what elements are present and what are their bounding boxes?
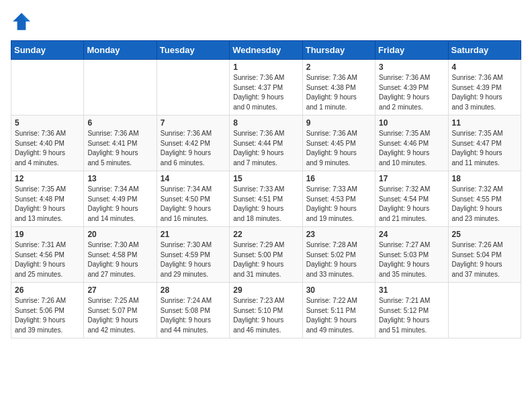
day-number: 25 [452,230,517,239]
day-info: Sunrise: 7:28 AM Sunset: 5:02 PM Dayligh… [306,240,371,279]
day-number: 10 [379,118,444,128]
day-info: Sunrise: 7:25 AM Sunset: 5:07 PM Dayligh… [87,296,152,335]
day-of-week-header: Sunday [11,41,84,60]
calendar-table: SundayMondayTuesdayWednesdayThursdayFrid… [11,40,521,338]
day-number: 31 [379,285,444,295]
day-info: Sunrise: 7:36 AM Sunset: 4:45 PM Dayligh… [306,129,371,168]
day-of-week-header: Friday [375,41,448,60]
day-info: Sunrise: 7:35 AM Sunset: 4:48 PM Dayligh… [15,185,80,224]
day-of-week-header: Monday [84,41,157,60]
day-info: Sunrise: 7:36 AM Sunset: 4:41 PM Dayligh… [87,129,152,168]
day-info: Sunrise: 7:27 AM Sunset: 5:03 PM Dayligh… [379,240,444,279]
day-info: Sunrise: 7:32 AM Sunset: 4:54 PM Dayligh… [379,185,444,224]
day-number: 2 [306,62,371,72]
day-number: 30 [306,285,371,295]
calendar-week-row: 26Sunrise: 7:26 AM Sunset: 5:06 PM Dayli… [11,283,521,338]
calendar-cell: 17Sunrise: 7:32 AM Sunset: 4:54 PM Dayli… [375,171,448,227]
day-info: Sunrise: 7:36 AM Sunset: 4:37 PM Dayligh… [233,73,298,112]
calendar-week-row: 12Sunrise: 7:35 AM Sunset: 4:48 PM Dayli… [11,171,521,227]
day-info: Sunrise: 7:36 AM Sunset: 4:40 PM Dayligh… [15,129,80,168]
calendar-cell: 22Sunrise: 7:29 AM Sunset: 5:00 PM Dayli… [230,227,302,283]
calendar-cell: 25Sunrise: 7:26 AM Sunset: 5:04 PM Dayli… [448,227,521,283]
calendar-cell: 15Sunrise: 7:33 AM Sunset: 4:51 PM Dayli… [230,171,302,227]
logo-icon [11,11,32,32]
day-number: 7 [161,118,226,128]
calendar-cell: 24Sunrise: 7:27 AM Sunset: 5:03 PM Dayli… [375,227,448,283]
day-info: Sunrise: 7:26 AM Sunset: 5:06 PM Dayligh… [15,296,80,335]
day-number: 24 [379,230,444,239]
calendar-cell: 18Sunrise: 7:32 AM Sunset: 4:55 PM Dayli… [448,171,521,227]
calendar-cell: 31Sunrise: 7:21 AM Sunset: 5:12 PM Dayli… [375,283,448,338]
day-info: Sunrise: 7:22 AM Sunset: 5:11 PM Dayligh… [306,296,371,335]
day-info: Sunrise: 7:36 AM Sunset: 4:39 PM Dayligh… [379,73,444,112]
day-info: Sunrise: 7:31 AM Sunset: 4:56 PM Dayligh… [15,240,80,279]
day-number: 14 [161,174,226,183]
calendar-cell: 6Sunrise: 7:36 AM Sunset: 4:41 PM Daylig… [84,116,157,171]
calendar-cell: 21Sunrise: 7:30 AM Sunset: 4:59 PM Dayli… [157,227,229,283]
day-info: Sunrise: 7:26 AM Sunset: 5:04 PM Dayligh… [452,240,517,279]
logo [11,11,35,32]
day-info: Sunrise: 7:36 AM Sunset: 4:39 PM Dayligh… [452,73,517,112]
calendar-cell [84,60,157,116]
calendar-cell: 30Sunrise: 7:22 AM Sunset: 5:11 PM Dayli… [302,283,375,338]
day-number: 11 [452,118,517,128]
calendar-cell: 13Sunrise: 7:34 AM Sunset: 4:49 PM Dayli… [84,171,157,227]
day-info: Sunrise: 7:36 AM Sunset: 4:38 PM Dayligh… [306,73,371,112]
day-number: 17 [379,174,444,183]
calendar-week-row: 1Sunrise: 7:36 AM Sunset: 4:37 PM Daylig… [11,60,521,116]
day-info: Sunrise: 7:30 AM Sunset: 4:58 PM Dayligh… [87,240,152,279]
day-of-week-header: Saturday [448,41,521,60]
calendar-cell: 29Sunrise: 7:23 AM Sunset: 5:10 PM Dayli… [230,283,302,338]
day-info: Sunrise: 7:23 AM Sunset: 5:10 PM Dayligh… [233,296,298,335]
calendar-cell: 12Sunrise: 7:35 AM Sunset: 4:48 PM Dayli… [11,171,84,227]
calendar-cell: 8Sunrise: 7:36 AM Sunset: 4:44 PM Daylig… [230,116,302,171]
day-number: 20 [87,230,152,239]
day-number: 26 [15,285,80,295]
day-info: Sunrise: 7:21 AM Sunset: 5:12 PM Dayligh… [379,296,444,335]
day-info: Sunrise: 7:32 AM Sunset: 4:55 PM Dayligh… [452,185,517,224]
calendar-cell: 11Sunrise: 7:35 AM Sunset: 4:47 PM Dayli… [448,116,521,171]
calendar-cell: 5Sunrise: 7:36 AM Sunset: 4:40 PM Daylig… [11,116,84,171]
calendar-cell: 3Sunrise: 7:36 AM Sunset: 4:39 PM Daylig… [375,60,448,116]
calendar-cell: 4Sunrise: 7:36 AM Sunset: 4:39 PM Daylig… [448,60,521,116]
day-number: 21 [161,230,226,239]
calendar-cell: 28Sunrise: 7:24 AM Sunset: 5:08 PM Dayli… [157,283,229,338]
day-number: 15 [233,174,298,183]
day-info: Sunrise: 7:33 AM Sunset: 4:53 PM Dayligh… [306,185,371,224]
day-of-week-header: Tuesday [157,41,229,60]
calendar-week-row: 5Sunrise: 7:36 AM Sunset: 4:40 PM Daylig… [11,116,521,171]
calendar-cell: 23Sunrise: 7:28 AM Sunset: 5:02 PM Dayli… [302,227,375,283]
calendar-cell: 2Sunrise: 7:36 AM Sunset: 4:38 PM Daylig… [302,60,375,116]
calendar-cell: 7Sunrise: 7:36 AM Sunset: 4:42 PM Daylig… [157,116,229,171]
calendar-cell: 20Sunrise: 7:30 AM Sunset: 4:58 PM Dayli… [84,227,157,283]
day-number: 29 [233,285,298,295]
day-info: Sunrise: 7:29 AM Sunset: 5:00 PM Dayligh… [233,240,298,279]
day-of-week-header: Thursday [302,41,375,60]
calendar-cell [448,283,521,338]
day-info: Sunrise: 7:35 AM Sunset: 4:47 PM Dayligh… [452,129,517,168]
day-number: 4 [452,62,517,72]
day-number: 28 [161,285,226,295]
day-info: Sunrise: 7:34 AM Sunset: 4:49 PM Dayligh… [87,185,152,224]
page-header [11,11,521,32]
calendar-cell: 1Sunrise: 7:36 AM Sunset: 4:37 PM Daylig… [230,60,302,116]
calendar-cell: 27Sunrise: 7:25 AM Sunset: 5:07 PM Dayli… [84,283,157,338]
day-number: 6 [87,118,152,128]
calendar-cell: 14Sunrise: 7:34 AM Sunset: 4:50 PM Dayli… [157,171,229,227]
day-number: 23 [306,230,371,239]
calendar-header-row: SundayMondayTuesdayWednesdayThursdayFrid… [11,41,521,60]
day-number: 9 [306,118,371,128]
day-info: Sunrise: 7:24 AM Sunset: 5:08 PM Dayligh… [161,296,226,335]
day-info: Sunrise: 7:35 AM Sunset: 4:46 PM Dayligh… [379,129,444,168]
day-info: Sunrise: 7:36 AM Sunset: 4:44 PM Dayligh… [233,129,298,168]
day-number: 13 [87,174,152,183]
day-number: 8 [233,118,298,128]
calendar-cell: 19Sunrise: 7:31 AM Sunset: 4:56 PM Dayli… [11,227,84,283]
calendar-cell [11,60,84,116]
calendar-cell: 10Sunrise: 7:35 AM Sunset: 4:46 PM Dayli… [375,116,448,171]
calendar-week-row: 19Sunrise: 7:31 AM Sunset: 4:56 PM Dayli… [11,227,521,283]
day-number: 1 [233,62,298,72]
day-number: 18 [452,174,517,183]
calendar-cell: 9Sunrise: 7:36 AM Sunset: 4:45 PM Daylig… [302,116,375,171]
day-info: Sunrise: 7:34 AM Sunset: 4:50 PM Dayligh… [161,185,226,224]
